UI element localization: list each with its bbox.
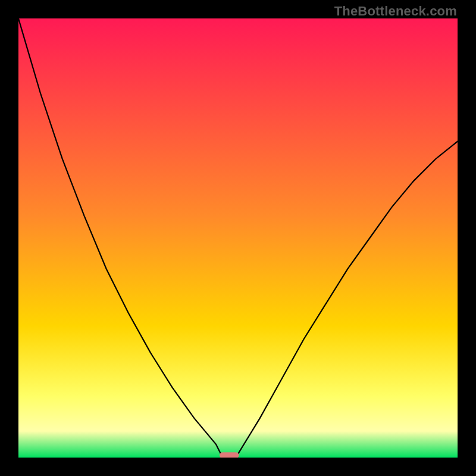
marker-group (220, 452, 239, 458)
chart-frame (18, 18, 458, 458)
chart-background (18, 18, 458, 458)
minimum-marker (220, 452, 239, 458)
chart-svg (18, 18, 458, 458)
watermark-text: TheBottleneck.com (334, 4, 457, 19)
